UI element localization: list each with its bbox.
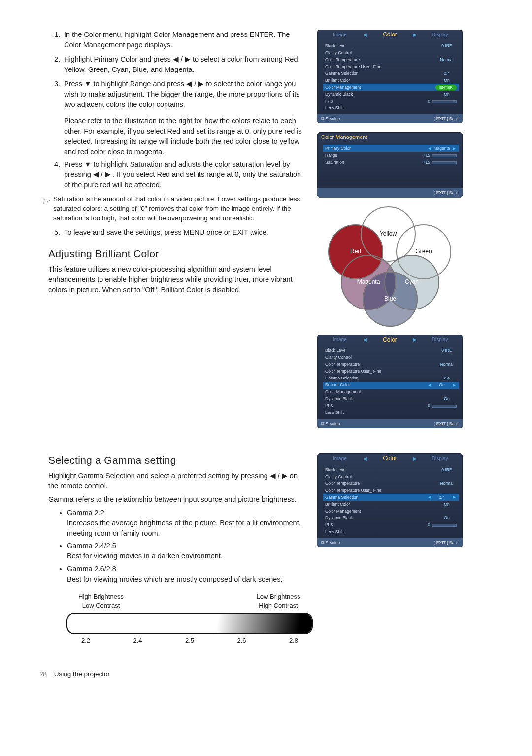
gamma-item: Gamma 2.4/2.5 Best for viewing movies in…	[67, 541, 305, 561]
gamma-chart: High BrightnessLow Contrast Low Brightne…	[66, 592, 313, 646]
step-3: Press ▼ to highlight Range and press ◀ /…	[64, 79, 305, 110]
osd-exit: ( EXIT ) Back	[434, 190, 459, 196]
osd-row: Black Level0 IRE	[323, 42, 459, 49]
osd-menu-color-management: Image ◀ Color ▶ Display Black Level0 IRE…	[317, 30, 463, 123]
osd-row: Saturation+15	[323, 159, 459, 166]
osd-row: IRIS0	[323, 521, 459, 528]
osd-row: Black Level0 IRE	[323, 466, 459, 473]
osd-row: Brilliant Color◀On▶	[323, 382, 459, 389]
osd-footer: ( EXIT ) Back	[317, 188, 463, 197]
note-text: Saturation is the amount of that color i…	[53, 194, 305, 223]
osd-tab-display: Display	[417, 336, 463, 344]
osd-footer: ⧉ S-Video ( EXIT ) Back	[317, 538, 463, 547]
note-icon: ☞	[39, 194, 53, 208]
para-gamma-2: Gamma refers to the relationship between…	[48, 494, 304, 505]
osd-tab-display: Display	[417, 32, 463, 39]
osd-row: Gamma Selection◀2.4▶	[323, 494, 459, 501]
osd-row: Lens Shift	[323, 410, 459, 416]
osd-row: Dynamic BlackOn	[323, 515, 459, 521]
section-gamma: Selecting a Gamma setting Highlight Gamm…	[39, 444, 498, 646]
osd-row: Brilliant ColorOn	[323, 501, 459, 508]
osd-tab-color: Color	[367, 31, 413, 39]
note-saturation: ☞ Saturation is the amount of that color…	[39, 194, 305, 223]
step-1: In the Color menu, highlight Color Manag…	[64, 30, 305, 50]
osd-row: Color Management	[323, 389, 459, 396]
heading-gamma: Selecting a Gamma setting	[48, 453, 305, 468]
step-4: Press ▼ to highlight Saturation and adju…	[50, 159, 305, 190]
osd-row: IRIS0	[323, 403, 459, 410]
venn-color-diagram: Red Yellow Green Magenta Cyan Blue	[317, 206, 463, 320]
osd-menu-brilliant-color: Image ◀ Color ▶ Display Black Level0 IRE…	[317, 335, 463, 428]
step-5-item: To leave and save the settings, press ME…	[64, 227, 305, 238]
osd-row: Clarity Control	[323, 49, 459, 56]
osd-footer: ⧉ S-Video ( EXIT ) Back	[317, 114, 463, 123]
osd-footer: ⧉ S-Video ( EXIT ) Back	[317, 419, 463, 428]
osd-exit: ( EXIT ) Back	[434, 421, 459, 427]
osd-row: Color TemperatureNormal	[323, 361, 459, 368]
heading-brilliant-color: Adjusting Brilliant Color	[48, 246, 305, 261]
para-brilliant-color: This feature utilizes a new color-proces…	[48, 264, 304, 295]
osd-row: Brilliant ColorOn	[323, 77, 459, 84]
gamma-bullets: Gamma 2.2 Increases the average brightne…	[67, 508, 305, 584]
step-2: Highlight Primary Color and press ◀ / ▶ …	[64, 54, 305, 75]
osd-row: Range+15	[323, 152, 459, 159]
steps-1-3: In the Color menu, highlight Color Manag…	[50, 30, 305, 110]
osd-exit: ( EXIT ) Back	[434, 540, 459, 546]
osd-row: Lens Shift	[323, 104, 459, 111]
osd-row: IRIS0	[323, 98, 459, 104]
overlay-icon: ⧉ S-Video	[321, 421, 340, 427]
osd-row: Primary Color◀Magenta▶	[323, 145, 459, 152]
para-gamma-1: Highlight Gamma Selection and select a p…	[48, 471, 304, 491]
para-colors-relate: Please refer to the illustration to the …	[64, 116, 305, 157]
gamma-item: Gamma 2.6/2.8 Best for viewing movies wh…	[67, 564, 305, 584]
osd-row: Color Temperature User_ Fine	[323, 368, 459, 375]
osd-tab-color: Color	[367, 454, 413, 463]
osd-exit: ( EXIT ) Back	[434, 116, 459, 122]
footer-title: Using the projector	[54, 670, 110, 678]
osd-row: Gamma Selection2.4	[323, 70, 459, 77]
page-number: 28	[39, 669, 52, 679]
gamma-label-right: Low BrightnessHigh Contrast	[244, 592, 313, 611]
osd-row: Color TemperatureNormal	[323, 480, 459, 487]
osd-row: Clarity Control	[323, 473, 459, 480]
osd-tab-display: Display	[417, 455, 463, 463]
osd-row: Lens Shift	[323, 528, 459, 535]
osd-row: Black Level0 IRE	[323, 347, 459, 354]
section-color-management: In the Color menu, highlight Color Manag…	[39, 30, 498, 437]
osd-tab-image: Image	[317, 455, 363, 463]
osd-menu-gamma: Image ◀ Color ▶ Display Black Level0 IRE…	[317, 453, 463, 547]
overlay-icon: ⧉ S-Video	[321, 116, 340, 122]
osd-row: Clarity Control	[323, 354, 459, 361]
osd3-rows: Black Level0 IREClarity ControlColor Tem…	[317, 464, 463, 538]
osd-tab-image: Image	[317, 32, 363, 39]
osd-row: Color Temperature User_ Fine	[323, 63, 459, 70]
osd-submenu-color-management: Color Management Primary Color◀Magenta▶R…	[317, 132, 463, 197]
osd1-rows: Black Level0 IREClarity ControlColor Tem…	[317, 40, 463, 114]
osd-tab-color: Color	[367, 336, 413, 344]
osd-row: Color Management	[323, 508, 459, 515]
osd-row: Dynamic BlackOn	[323, 91, 459, 98]
osd-row: Color TemperatureNormal	[323, 56, 459, 63]
osd-row: Color Temperature User_ Fine	[323, 487, 459, 494]
osd-cm-rows: Primary Color◀Magenta▶Range+15Saturation…	[317, 143, 463, 169]
osd-cm-title: Color Management	[321, 134, 367, 141]
osd-row: Color ManagementENTER	[323, 84, 459, 91]
osd2-rows: Black Level0 IREClarity ControlColor Tem…	[317, 345, 463, 419]
gamma-item: Gamma 2.2 Increases the average brightne…	[67, 508, 305, 539]
step-4-item: Press ▼ to highlight Saturation and adju…	[64, 159, 305, 190]
gamma-nums: 2.2 2.4 2.5 2.6 2.8	[66, 636, 313, 646]
page-footer: 28 Using the projector	[39, 669, 498, 679]
step-5: To leave and save the settings, press ME…	[50, 227, 305, 238]
osd-row: Dynamic BlackOn	[323, 396, 459, 403]
gamma-bar	[66, 613, 313, 634]
overlay-icon: ⧉ S-Video	[321, 540, 340, 546]
gamma-label-left: High BrightnessLow Contrast	[66, 592, 135, 611]
venn-blue: Blue	[363, 272, 418, 327]
osd-row: Gamma Selection2.4	[323, 375, 459, 382]
osd-tab-image: Image	[317, 336, 363, 344]
